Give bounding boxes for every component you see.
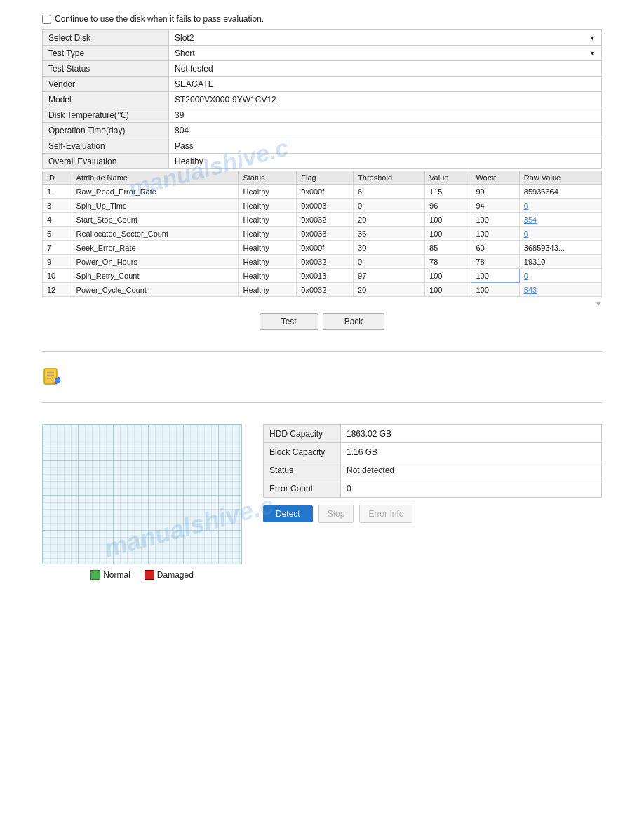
smart-cell: 0x0003 — [297, 199, 354, 213]
checkbox-label: Continue to use the disk when it fails t… — [55, 14, 264, 24]
smart-cell: Healthy — [239, 241, 297, 255]
smart-cell: 0x0032 — [297, 283, 354, 297]
smart-cell: 85936664 — [519, 185, 601, 199]
smart-cell: 6 — [354, 185, 425, 199]
smart-cell: 85 — [425, 241, 471, 255]
smart-cell: Seek_Error_Rate — [72, 241, 239, 255]
bottom-section: Normal Damaged HDD Capacity1863.02 GBBlo… — [42, 424, 602, 580]
smart-cell: 100 — [471, 227, 519, 241]
info-value: Healthy — [169, 154, 602, 169]
info-panel-label: HDD Capacity — [264, 425, 341, 443]
info-panel: HDD Capacity1863.02 GBBlock Capacity1.16… — [263, 424, 602, 523]
smart-col-header: Value — [425, 171, 471, 185]
smart-cell: 0x000f — [297, 185, 354, 199]
info-panel-row: StatusNot detected — [264, 461, 602, 479]
info-value: ST2000VX000-9YW1CV12 — [169, 92, 602, 107]
stop-button: Stop — [318, 505, 354, 523]
legend-normal: Normal — [90, 570, 130, 580]
smart-row: 4Start_Stop_CountHealthy0x00322010010035… — [43, 213, 602, 227]
smart-cell: 10 — [43, 269, 72, 283]
smart-cell: 1 — [43, 185, 72, 199]
smart-row: 5Reallocated_Sector_CountHealthy0x003336… — [43, 227, 602, 241]
legend-damaged-box — [145, 570, 154, 580]
smart-col-header: Worst — [471, 171, 519, 185]
info-label: Test Status — [43, 61, 169, 77]
smart-cell: 100 — [425, 269, 471, 283]
info-row: Overall EvaluationHealthy — [43, 154, 602, 169]
info-label: Test Type — [43, 46, 169, 61]
smart-cell: 4 — [43, 213, 72, 227]
info-panel-label: Block Capacity — [264, 443, 341, 461]
top-button-row: Test Back — [42, 313, 602, 330]
smart-col-header: Raw Value — [519, 171, 601, 185]
smart-cell: 0 — [354, 255, 425, 269]
grid-canvas — [42, 424, 242, 564]
info-select-value: Slot2▼ — [169, 30, 602, 46]
smart-cell: Spin_Up_Time — [72, 199, 239, 213]
smart-cell: Healthy — [239, 199, 297, 213]
note-icon — [42, 367, 62, 387]
smart-cell: 100 — [471, 213, 519, 227]
test-button[interactable]: Test — [260, 313, 318, 330]
smart-cell: 30 — [354, 241, 425, 255]
smart-cell: 7 — [43, 241, 72, 255]
info-panel-table: HDD Capacity1863.02 GBBlock Capacity1.16… — [263, 424, 602, 498]
smart-row: 9Power_On_HoursHealthy0x00320787819310 — [43, 255, 602, 269]
smart-cell: Healthy — [239, 185, 297, 199]
smart-cell: 100 — [425, 227, 471, 241]
smart-cell: 0x0032 — [297, 213, 354, 227]
smart-cell: 97 — [354, 269, 425, 283]
divider-2 — [42, 402, 602, 403]
continue-checkbox[interactable] — [42, 15, 51, 24]
grid-area: Normal Damaged — [42, 424, 242, 580]
info-panel-label: Error Count — [264, 479, 341, 498]
info-label: Disk Temperature(℃) — [43, 107, 169, 123]
smart-cell: Healthy — [239, 283, 297, 297]
smart-cell: 12 — [43, 283, 72, 297]
info-value: 39 — [169, 107, 602, 123]
info-label: Vendor — [43, 77, 169, 92]
smart-cell: 78 — [471, 255, 519, 269]
smart-row: 12Power_Cycle_CountHealthy0x003220100100… — [43, 283, 602, 297]
smart-col-header: Status — [239, 171, 297, 185]
back-button[interactable]: Back — [323, 313, 385, 330]
info-value: SEAGATE — [169, 77, 602, 92]
continue-checkbox-row: Continue to use the disk when it fails t… — [42, 14, 602, 24]
info-label: Operation Time(day) — [43, 123, 169, 138]
smart-cell: Healthy — [239, 255, 297, 269]
smart-cell: 5 — [43, 227, 72, 241]
error-info-button: Error Info — [359, 505, 412, 523]
smart-cell: 20 — [354, 213, 425, 227]
smart-cell: 9 — [43, 255, 72, 269]
grid-svg — [43, 425, 241, 564]
svg-rect-6 — [43, 425, 241, 564]
detect-button[interactable]: Detect — [263, 505, 313, 522]
legend-damaged: Damaged — [145, 570, 194, 580]
info-select-value: Short▼ — [169, 46, 602, 61]
smart-cell: 0x0013 — [297, 269, 354, 283]
info-panel-value: 1.16 GB — [341, 443, 602, 461]
smart-cell: 100 — [425, 283, 471, 297]
smart-cell: 0 — [519, 269, 601, 283]
smart-row: 1Raw_Read_Error_RateHealthy0x000f6115998… — [43, 185, 602, 199]
smart-col-header: Flag — [297, 171, 354, 185]
smart-col-header: Threshold — [354, 171, 425, 185]
smart-cell: Start_Stop_Count — [72, 213, 239, 227]
smart-col-header: ID — [43, 171, 72, 185]
smart-cell: 0 — [519, 199, 601, 213]
info-table: Select DiskSlot2▼Test TypeShort▼Test Sta… — [42, 29, 602, 169]
smart-cell: 0x0033 — [297, 227, 354, 241]
smart-cell: Power_On_Hours — [72, 255, 239, 269]
info-panel-row: Block Capacity1.16 GB — [264, 443, 602, 461]
smart-cell: Healthy — [239, 213, 297, 227]
info-label: Self-Evaluation — [43, 138, 169, 154]
smart-cell: 354 — [519, 213, 601, 227]
smart-cell: 100 — [471, 283, 519, 297]
smart-cell: 115 — [425, 185, 471, 199]
legend-row: Normal Damaged — [42, 570, 242, 580]
legend-damaged-label: Damaged — [157, 570, 194, 580]
smart-cell: Healthy — [239, 227, 297, 241]
info-panel-row: HDD Capacity1863.02 GB — [264, 425, 602, 443]
divider-1 — [42, 351, 602, 352]
info-row: Test StatusNot tested — [43, 61, 602, 77]
